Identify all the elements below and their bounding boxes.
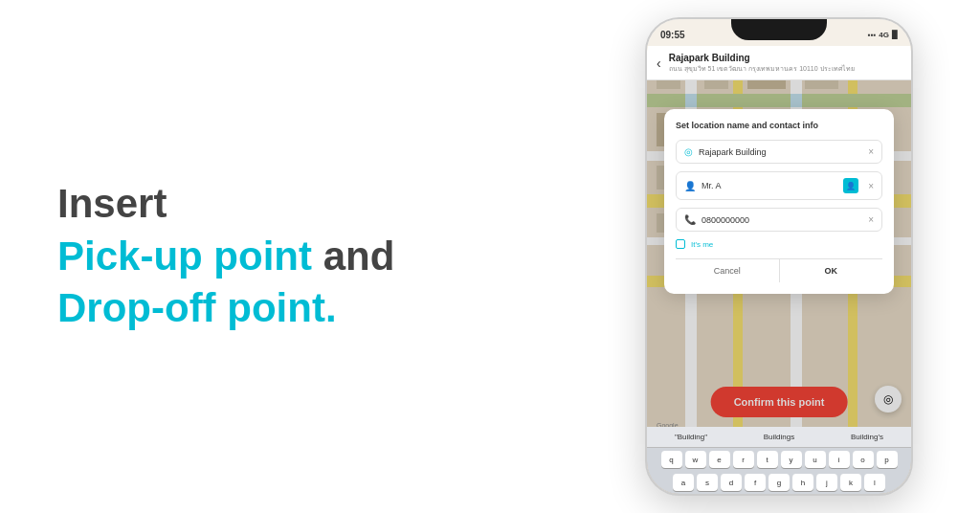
- signal-icon: ▪▪▪: [868, 31, 877, 39]
- person-input-value: Mr. A: [702, 181, 837, 190]
- header-location-subtitle: ถนน สุขุมวิท 51 เขตวัฒนา กรุงเทพมหานคร 1…: [669, 63, 902, 74]
- key-d[interactable]: d: [721, 474, 742, 491]
- key-a[interactable]: a: [673, 474, 694, 491]
- its-me-row[interactable]: It's me: [676, 239, 882, 249]
- modal-ok-button[interactable]: OK: [780, 259, 883, 282]
- keyboard-row-1: q w e r t y u i o p: [647, 448, 911, 471]
- suggestion-3[interactable]: Building's: [823, 431, 911, 443]
- back-button[interactable]: ‹: [657, 56, 661, 71]
- its-me-label: It's me: [691, 240, 713, 249]
- modal-title: Set location name and contact info: [676, 121, 882, 130]
- key-t[interactable]: t: [757, 451, 778, 468]
- key-u[interactable]: u: [805, 451, 826, 468]
- header-location: Rajapark Building ถนน สุขุมวิท 51 เขตวัฒ…: [669, 53, 902, 74]
- phone-input-field[interactable]: 📞 0800000000 ×: [676, 208, 882, 232]
- modal-dialog: Set location name and contact info ◎ Raj…: [664, 109, 894, 294]
- person-icon: 👤: [684, 181, 696, 191]
- key-w[interactable]: w: [685, 451, 706, 468]
- and-label: and: [312, 234, 394, 279]
- phone-input-value: 0800000000: [702, 215, 862, 225]
- key-h[interactable]: h: [792, 474, 813, 491]
- key-k[interactable]: k: [840, 474, 861, 491]
- keyboard-suggestions-row: "Building" Buildings Building's: [647, 427, 911, 448]
- key-l[interactable]: l: [864, 474, 885, 491]
- left-text-section: Insert Pick-up point and Drop-off point.: [0, 121, 578, 392]
- pickup-label: Pick-up point: [57, 234, 312, 279]
- phone-clear-button[interactable]: ×: [868, 214, 874, 225]
- keyboard-area: "Building" Buildings Building's q w e r …: [647, 427, 911, 494]
- key-r[interactable]: r: [733, 451, 754, 468]
- person-clear-button[interactable]: ×: [868, 181, 874, 191]
- its-me-checkbox[interactable]: [676, 239, 685, 249]
- modal-button-row: Cancel OK: [676, 258, 882, 282]
- person-input-field[interactable]: 👤 Mr. A 👤 ×: [676, 171, 882, 200]
- key-y[interactable]: y: [781, 451, 802, 468]
- key-i[interactable]: i: [829, 451, 850, 468]
- phone-notch: [731, 19, 827, 40]
- suggestion-2[interactable]: Buildings: [735, 431, 823, 443]
- key-j[interactable]: j: [816, 474, 837, 491]
- network-label: 4G: [879, 31, 889, 39]
- keyboard-row-2: a s d f g h j k l: [647, 471, 911, 494]
- key-f[interactable]: f: [745, 474, 766, 491]
- location-input-field[interactable]: ◎ Rajapark Building ×: [676, 140, 882, 164]
- key-o[interactable]: o: [853, 451, 874, 468]
- status-time: 09:55: [660, 30, 685, 40]
- battery-icon: ▉: [892, 31, 898, 39]
- key-e[interactable]: e: [709, 451, 730, 468]
- location-input-value: Rajapark Building: [699, 147, 862, 157]
- phone-icon: 📞: [684, 214, 696, 225]
- location-icon: ◎: [684, 146, 693, 157]
- phone-mockup-section: 09:55 ▪▪▪ 4G ▉: [578, 0, 980, 513]
- phone-frame: 09:55 ▪▪▪ 4G ▉: [645, 17, 913, 496]
- dropoff-label: Drop-off point.: [57, 285, 337, 330]
- location-clear-button[interactable]: ×: [868, 146, 874, 157]
- suggestion-1[interactable]: "Building": [647, 431, 735, 443]
- key-p[interactable]: p: [877, 451, 898, 468]
- insert-label: Insert: [57, 181, 167, 226]
- modal-cancel-button[interactable]: Cancel: [676, 259, 779, 282]
- key-s[interactable]: s: [697, 474, 718, 491]
- key-g[interactable]: g: [768, 474, 790, 491]
- key-q[interactable]: q: [661, 451, 682, 468]
- app-header: ‹ Rajapark Building ถนน สุขุมวิท 51 เขตว…: [647, 46, 911, 80]
- person-avatar-button[interactable]: 👤: [843, 178, 858, 193]
- header-location-title: Rajapark Building: [669, 53, 902, 63]
- avatar-icon: 👤: [846, 182, 856, 190]
- status-icons: ▪▪▪ 4G ▉: [868, 31, 898, 39]
